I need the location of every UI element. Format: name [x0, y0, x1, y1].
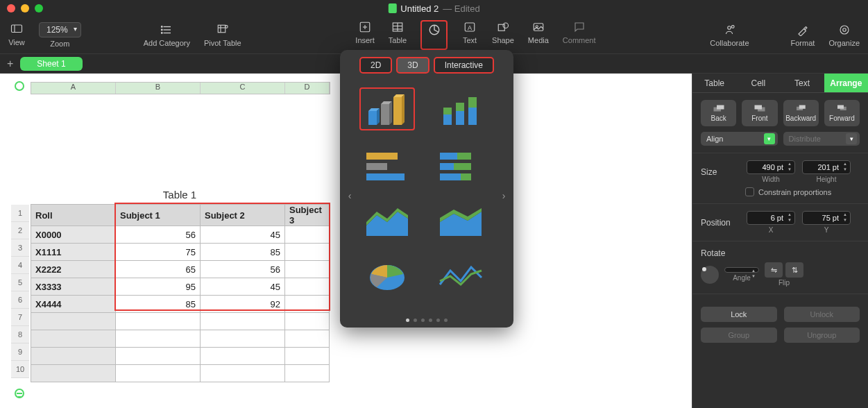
cell[interactable]: 85 [116, 296, 201, 313]
cell[interactable] [31, 348, 116, 365]
cell[interactable]: 65 [116, 261, 201, 278]
cell[interactable] [285, 261, 330, 278]
cell[interactable] [285, 330, 330, 348]
back-button[interactable]: Back [701, 100, 736, 126]
stepper-icon[interactable]: ▲▼ [785, 212, 794, 223]
cell[interactable]: 85 [201, 244, 285, 261]
chart-type-3d-hbar[interactable] [359, 143, 415, 186]
unlock-button[interactable]: Unlock [784, 307, 860, 322]
comment-button[interactable]: Comment [563, 20, 596, 50]
row-header[interactable]: 7 [11, 309, 29, 326]
table-title[interactable]: Table 1 [31, 185, 329, 205]
shape-button[interactable]: Shape [492, 20, 514, 50]
table-button[interactable]: Table [389, 20, 407, 50]
popover-next-icon[interactable]: › [497, 189, 511, 203]
cell[interactable] [201, 330, 285, 348]
chart-type-3d-pie[interactable] [359, 254, 415, 297]
cell[interactable] [285, 296, 330, 313]
cell[interactable]: 45 [201, 278, 285, 296]
row-header[interactable]: 9 [11, 343, 29, 361]
media-button[interactable]: Media [528, 20, 549, 50]
cell[interactable]: X1111 [31, 244, 116, 261]
cell[interactable] [201, 313, 285, 330]
add-category-button[interactable]: Add Category [144, 23, 190, 47]
chart-tab-2d[interactable]: 2D [359, 57, 392, 74]
chart-type-3d-area-stacked[interactable] [433, 198, 488, 241]
close-window-icon[interactable] [7, 4, 15, 12]
chart-type-3d-area[interactable] [359, 198, 415, 241]
row-header[interactable]: 4 [11, 257, 29, 274]
header-roll[interactable]: Roll [31, 205, 116, 226]
sheet-tab[interactable]: Sheet 1 [20, 57, 82, 71]
cell[interactable] [285, 365, 330, 382]
row-header[interactable]: 8 [11, 326, 29, 343]
spreadsheet-table[interactable]: Roll Subject 1 Subject 2 Subject 3 X0000… [31, 204, 330, 382]
text-button[interactable]: A Text [461, 20, 478, 50]
stepper-icon[interactable]: ▲▼ [841, 162, 849, 173]
chart-type-3d-hbar-stacked[interactable] [433, 143, 488, 186]
cell[interactable]: 95 [116, 278, 201, 296]
chart-type-3d-stacked-bar[interactable] [433, 87, 488, 130]
row-header[interactable]: 5 [11, 274, 29, 291]
ungroup-button[interactable]: Ungroup [784, 328, 860, 343]
chart-type-3d-bar[interactable] [359, 87, 415, 130]
cell[interactable]: 56 [201, 261, 285, 278]
zoom-select[interactable]: 125% [39, 22, 81, 37]
chart-type-3d-line[interactable] [433, 254, 488, 297]
cell[interactable]: 45 [201, 226, 285, 244]
add-row-handle-icon[interactable] [15, 389, 24, 398]
cell[interactable]: 75 [116, 244, 201, 261]
stepper-icon[interactable]: ▲▼ [785, 162, 794, 173]
col-header-b[interactable]: B [116, 83, 201, 94]
header-subject1[interactable]: Subject 1 [116, 205, 201, 226]
height-input[interactable]: 201 pt▲▼ [802, 160, 851, 174]
chart-button[interactable]: Chart [420, 20, 448, 50]
forward-button[interactable]: Forward [824, 100, 860, 126]
cell[interactable] [116, 348, 201, 365]
lock-button[interactable]: Lock [701, 307, 777, 322]
backward-button[interactable]: Backward [783, 100, 819, 126]
format-button[interactable]: Format [791, 23, 815, 47]
cell[interactable] [285, 278, 330, 296]
organize-button[interactable]: Organize [828, 23, 860, 47]
col-header-c[interactable]: C [201, 83, 285, 94]
chart-tab-interactive[interactable]: Interactive [434, 57, 494, 74]
cell[interactable] [201, 365, 285, 382]
tab-table[interactable]: Table [692, 74, 736, 92]
y-input[interactable]: 75 pt▲▼ [802, 211, 851, 225]
angle-input[interactable]: ▲▼ [724, 267, 759, 273]
cell[interactable]: X4444 [31, 296, 116, 313]
distribute-select[interactable]: Distribute▾ [783, 132, 860, 146]
tab-text[interactable]: Text [781, 74, 824, 92]
group-button[interactable]: Group [701, 328, 777, 343]
chart-tab-3d[interactable]: 3D [396, 57, 429, 74]
row-header[interactable]: 10 [11, 361, 29, 378]
maximize-window-icon[interactable] [35, 4, 43, 12]
flip-horizontal-button[interactable]: ⇋ [765, 262, 783, 278]
constrain-checkbox[interactable] [745, 187, 754, 196]
stepper-icon[interactable]: ▲▼ [749, 269, 758, 280]
header-subject2[interactable]: Subject 2 [201, 205, 285, 226]
rotate-dial[interactable] [701, 266, 719, 284]
cell[interactable] [285, 348, 330, 365]
stepper-icon[interactable]: ▲▼ [841, 212, 849, 223]
cell[interactable] [285, 244, 330, 261]
row-header[interactable]: 6 [11, 291, 29, 309]
row-header[interactable]: 1 [11, 205, 29, 222]
x-input[interactable]: 6 pt▲▼ [747, 211, 795, 225]
col-header-a[interactable]: A [31, 83, 116, 94]
row-header[interactable]: 3 [11, 239, 29, 257]
cell[interactable]: 56 [116, 226, 201, 244]
cell[interactable] [116, 365, 201, 382]
minimize-window-icon[interactable] [21, 4, 29, 12]
cell[interactable] [31, 313, 116, 330]
row-header[interactable]: 2 [11, 222, 29, 239]
tab-cell[interactable]: Cell [736, 74, 780, 92]
pivot-table-button[interactable]: Pivot Table [204, 23, 241, 47]
tab-arrange[interactable]: Arrange [824, 74, 868, 92]
width-input[interactable]: 490 pt▲▼ [747, 160, 795, 174]
collaborate-button[interactable]: Collaborate [710, 23, 749, 47]
cell[interactable] [285, 313, 330, 330]
align-select[interactable]: Align▾ [701, 132, 778, 146]
view-button[interactable]: View [8, 22, 25, 48]
